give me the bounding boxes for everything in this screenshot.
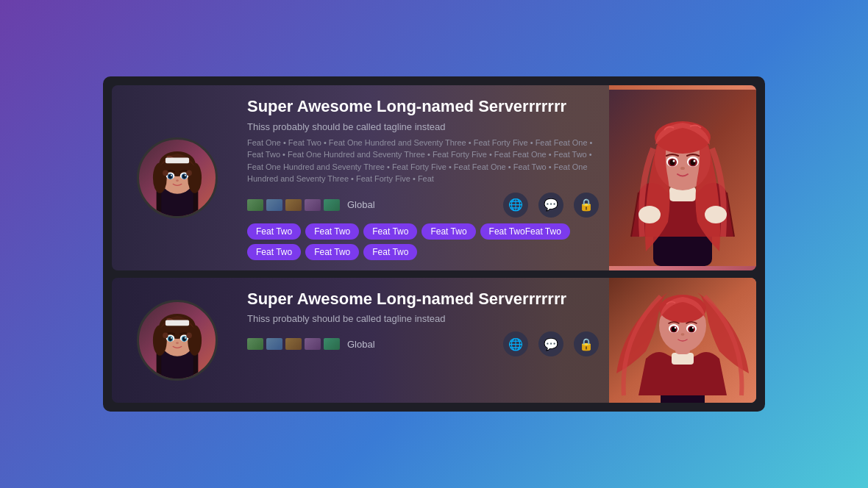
svg-point-38 xyxy=(705,206,727,223)
tag-1-8[interactable]: Feat Two xyxy=(363,244,417,260)
main-container: Super Awesome Long-named Serverrrrrrr Th… xyxy=(103,76,765,411)
flag-icon-2-4 xyxy=(305,338,321,350)
card-features-1: Feat One • Feat Two • Feat One Hundred a… xyxy=(247,137,599,185)
svg-point-36 xyxy=(680,167,685,170)
card-meta-1: Global 🌐 💬 🔒 xyxy=(247,193,599,218)
card-action-icons-1: 🌐 💬 🔒 xyxy=(503,193,599,218)
svg-point-47 xyxy=(153,325,167,356)
card-right-image-2 xyxy=(609,278,756,403)
svg-point-21 xyxy=(186,171,192,176)
global-label-1: Global xyxy=(347,199,375,210)
svg-point-59 xyxy=(163,332,168,338)
svg-point-20 xyxy=(163,171,168,176)
svg-point-9 xyxy=(188,162,202,193)
lock-button-2[interactable]: 🔒 xyxy=(574,331,599,356)
avatar-2 xyxy=(137,300,218,381)
server-card-1: Super Awesome Long-named Serverrrrrrr Th… xyxy=(112,85,756,270)
avatar-1 xyxy=(137,137,218,218)
tag-1-4[interactable]: Feat Two xyxy=(421,223,475,240)
svg-point-60 xyxy=(186,332,192,338)
card-content-2: Super Awesome Long-named Serverrrrrrr Th… xyxy=(237,278,609,403)
flag-icon-2-5 xyxy=(324,338,340,350)
svg-point-48 xyxy=(188,325,202,356)
svg-point-17 xyxy=(185,175,186,176)
card-banner-image-1 xyxy=(609,85,756,270)
tag-1-2[interactable]: Feat Two xyxy=(305,223,359,240)
card-left-1 xyxy=(112,85,237,270)
tag-1-3[interactable]: Feat Two xyxy=(363,223,417,240)
card-left-2 xyxy=(112,278,237,403)
svg-point-55 xyxy=(171,337,172,338)
tag-1-1[interactable]: Feat Two xyxy=(247,223,301,240)
svg-point-16 xyxy=(171,175,172,176)
lock-button-1[interactable]: 🔒 xyxy=(574,193,599,218)
svg-rect-63 xyxy=(672,353,694,365)
tag-1-6[interactable]: Feat Two xyxy=(247,244,301,260)
card-right-image-1 xyxy=(609,85,756,270)
svg-point-73 xyxy=(675,326,676,328)
svg-rect-58 xyxy=(166,320,189,326)
svg-point-75 xyxy=(681,333,685,336)
discord-button-1[interactable]: 💬 xyxy=(538,193,563,218)
tag-1-5[interactable]: Feat TwoFeat Two xyxy=(480,223,570,240)
svg-point-18 xyxy=(176,179,179,182)
flag-icon-2-3 xyxy=(285,338,302,350)
svg-point-74 xyxy=(692,326,694,328)
card-tagline-1: Thiss probably should be called tagline … xyxy=(247,121,599,132)
flag-icon-4 xyxy=(305,199,321,211)
tag-1-7[interactable]: Feat Two xyxy=(305,244,359,260)
svg-point-57 xyxy=(176,342,179,344)
card-meta-2: Global 🌐 💬 🔒 xyxy=(247,331,599,356)
card-tagline-2: Thiss probably should be called tagline … xyxy=(247,313,599,324)
card-title-1: Super Awesome Long-named Serverrrrrrr xyxy=(247,97,599,116)
flag-icons-2 xyxy=(247,338,340,350)
discord-button-2[interactable]: 💬 xyxy=(538,331,563,356)
flag-icons-1 xyxy=(247,199,340,211)
svg-point-37 xyxy=(638,206,661,223)
server-card-2: Super Awesome Long-named Serverrrrrrr Th… xyxy=(112,278,756,403)
globe-button-2[interactable]: 🌐 xyxy=(503,331,528,356)
flag-icon-2-2 xyxy=(266,338,282,350)
flag-icon-3 xyxy=(285,199,302,211)
card-content-1: Super Awesome Long-named Serverrrrrrr Th… xyxy=(237,85,609,270)
svg-point-34 xyxy=(673,159,675,162)
svg-rect-19 xyxy=(166,158,189,164)
svg-point-35 xyxy=(694,159,696,162)
globe-button-1[interactable]: 🌐 xyxy=(503,193,528,218)
flag-icon-2-1 xyxy=(247,338,263,350)
global-label-2: Global xyxy=(347,339,375,350)
card-action-icons-2: 🌐 💬 🔒 xyxy=(503,331,599,356)
card-title-2: Super Awesome Long-named Serverrrrrrr xyxy=(247,290,599,309)
flag-icon-2 xyxy=(266,199,282,211)
svg-point-56 xyxy=(185,337,186,338)
flag-icon-5 xyxy=(324,199,340,211)
flag-icon-1 xyxy=(247,199,263,211)
card-banner-image-2 xyxy=(609,278,756,403)
svg-point-8 xyxy=(153,162,167,193)
tags-row-1: Feat Two Feat Two Feat Two Feat Two Feat… xyxy=(247,223,599,260)
